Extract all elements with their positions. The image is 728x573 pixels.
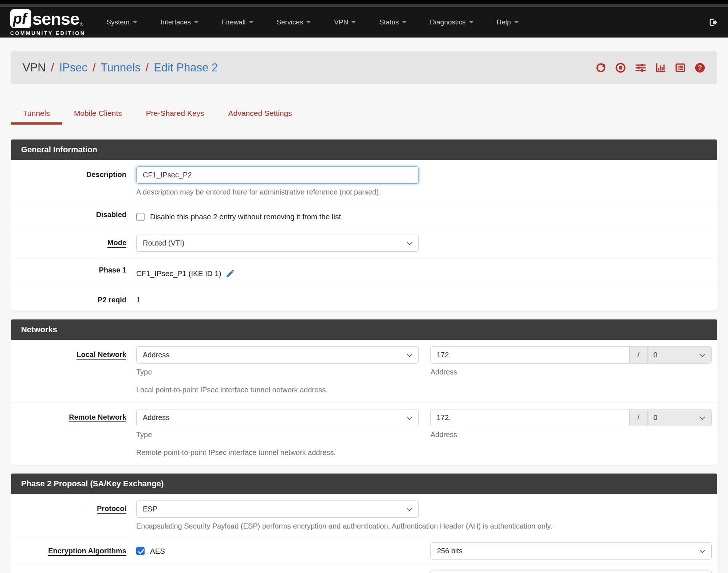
refresh-icon[interactable] bbox=[595, 62, 606, 73]
pf-logo-mark-icon: pf bbox=[10, 9, 31, 28]
nav-item-label: Interfaces bbox=[161, 18, 191, 26]
page-title: Edit Phase 2 bbox=[154, 61, 218, 74]
nav-item-interfaces[interactable]: Interfaces bbox=[161, 18, 198, 26]
nav-item-label: Firewall bbox=[222, 18, 245, 26]
nav-item-firewall[interactable]: Firewall bbox=[222, 18, 253, 26]
stop-icon[interactable] bbox=[615, 62, 626, 73]
navbar: pf sense ® COMMUNITY EDITION System Inte… bbox=[0, 7, 728, 38]
protocol-select[interactable]: ESP bbox=[136, 501, 419, 518]
breadcrumb-link-ipsec[interactable]: IPsec bbox=[59, 61, 87, 74]
aes-keylength-select[interactable]: 256 bits bbox=[430, 542, 712, 560]
nav-item-label: VPN bbox=[334, 18, 348, 26]
chart-icon[interactable] bbox=[655, 62, 666, 73]
section-title: Networks bbox=[11, 319, 717, 340]
edit-pencil-icon[interactable] bbox=[225, 268, 235, 278]
local-network-prefix-select[interactable]: 0 bbox=[648, 346, 712, 364]
protocol-help-text: Encapsulating Security Payload (ESP) per… bbox=[136, 522, 712, 530]
remote-network-type-select[interactable]: Address bbox=[136, 409, 419, 426]
nav-item-system[interactable]: System bbox=[106, 18, 137, 26]
mode-select[interactable]: Routed (VTI) bbox=[136, 235, 419, 252]
description-help-text: A description may be entered here for ad… bbox=[136, 188, 712, 196]
mode-label: Mode bbox=[21, 235, 126, 247]
field-row-local-network: Local Network Address Type / 0 bbox=[11, 340, 717, 403]
section-networks: Networks Local Network Address Type / bbox=[11, 319, 717, 465]
caret-down-icon bbox=[469, 21, 473, 23]
local-network-prefix-value: 0 bbox=[653, 351, 657, 359]
field-row-description: Description A description may be entered… bbox=[11, 160, 717, 203]
nav-item-help[interactable]: Help bbox=[497, 18, 519, 26]
remote-network-prefix-select[interactable]: 0 bbox=[648, 409, 712, 426]
phase1-label: Phase 1 bbox=[21, 265, 126, 274]
breadcrumb-separator: / bbox=[146, 61, 149, 74]
breadcrumb-separator: / bbox=[93, 61, 96, 74]
caret-down-icon bbox=[133, 21, 137, 23]
registered-mark: ® bbox=[80, 22, 83, 27]
field-row-protocol: Protocol ESP Encapsulating Security Payl… bbox=[11, 494, 717, 537]
address-help-text: Address bbox=[430, 431, 712, 439]
protocol-label: Protocol bbox=[21, 501, 126, 513]
phase1-value: CF1_IPsec_P1 (IKE ID 1) bbox=[136, 269, 221, 278]
nav-item-services[interactable]: Services bbox=[277, 18, 311, 26]
remote-network-label: Remote Network bbox=[21, 409, 126, 421]
type-help-text: Type bbox=[136, 368, 419, 376]
description-input[interactable] bbox=[136, 166, 419, 184]
encryption-algorithms-label: Encryption Algorithms bbox=[21, 542, 126, 555]
tab-bar: Tunnels Mobile Clients Pre-Shared Keys A… bbox=[11, 103, 717, 125]
address-prefix-separator: / bbox=[630, 346, 648, 364]
svg-text:?: ? bbox=[698, 64, 702, 71]
main-menu: System Interfaces Firewall Services VPN … bbox=[106, 18, 518, 26]
field-row-p2reqid: P2 reqid 1 bbox=[11, 285, 717, 311]
nav-item-label: Diagnostics bbox=[430, 18, 465, 26]
nav-item-label: System bbox=[106, 18, 129, 26]
address-prefix-separator: / bbox=[630, 409, 648, 426]
nav-item-status[interactable]: Status bbox=[379, 18, 406, 26]
description-label: Description bbox=[21, 166, 126, 179]
caret-down-icon bbox=[402, 21, 406, 23]
caret-down-icon bbox=[351, 21, 356, 23]
brand-name: sense bbox=[32, 9, 79, 29]
chevron-down-icon bbox=[700, 351, 705, 357]
field-row-encryption-aes128gcm: AES128-GCM Auto bbox=[11, 565, 717, 573]
pfsense-logo[interactable]: pf sense ® COMMUNITY EDITION bbox=[10, 9, 85, 36]
field-row-phase1: Phase 1 CF1_IPsec_P1 (IKE ID 1) bbox=[11, 259, 717, 285]
brand-edition: COMMUNITY EDITION bbox=[10, 30, 85, 36]
window-chrome-strip bbox=[0, 4, 728, 7]
breadcrumb-link-tunnels[interactable]: Tunnels bbox=[101, 61, 141, 74]
chevron-down-icon bbox=[407, 414, 413, 420]
remote-network-address-input[interactable] bbox=[430, 409, 630, 426]
type-help-text: Type bbox=[136, 431, 419, 439]
empty-label bbox=[21, 570, 126, 573]
chevron-down-icon bbox=[407, 239, 413, 245]
remote-network-type-value: Address bbox=[143, 413, 169, 422]
tab-advanced-settings[interactable]: Advanced Settings bbox=[216, 103, 304, 125]
aes128gcm-keylength-select[interactable]: Auto bbox=[430, 570, 712, 573]
nav-item-label: Services bbox=[277, 18, 303, 26]
header-action-icons: ? bbox=[595, 62, 705, 73]
local-network-type-select[interactable]: Address bbox=[136, 346, 419, 364]
help-icon[interactable]: ? bbox=[694, 62, 705, 73]
sliders-icon[interactable] bbox=[635, 62, 646, 73]
address-help-text: Address bbox=[430, 368, 712, 376]
nav-item-label: Status bbox=[379, 18, 399, 26]
sign-out-icon bbox=[708, 17, 718, 27]
disabled-checkbox-label: Disable this phase 2 entry without remov… bbox=[150, 212, 343, 221]
nav-item-vpn[interactable]: VPN bbox=[334, 18, 356, 26]
aes-checkbox-label: AES bbox=[150, 547, 165, 556]
p2reqid-value: 1 bbox=[136, 292, 712, 304]
caret-down-icon bbox=[514, 21, 519, 23]
log-icon[interactable] bbox=[675, 62, 686, 73]
tab-mobile-clients[interactable]: Mobile Clients bbox=[62, 103, 134, 125]
aes-checkbox[interactable] bbox=[136, 547, 145, 555]
chevron-down-icon bbox=[407, 505, 413, 511]
nav-item-diagnostics[interactable]: Diagnostics bbox=[430, 18, 473, 26]
logout-button[interactable] bbox=[708, 17, 718, 27]
local-network-address-input[interactable] bbox=[430, 346, 630, 364]
remote-network-prefix-value: 0 bbox=[653, 413, 657, 422]
field-row-mode: Mode Routed (VTI) bbox=[11, 228, 717, 259]
field-row-disabled: Disabled Disable this phase 2 entry with… bbox=[11, 203, 717, 228]
disabled-checkbox[interactable] bbox=[136, 213, 145, 221]
section-phase2-proposal: Phase 2 Proposal (SA/Key Exchange) Proto… bbox=[11, 473, 717, 573]
tab-pre-shared-keys[interactable]: Pre-Shared Keys bbox=[134, 103, 216, 125]
caret-down-icon bbox=[306, 21, 311, 23]
tab-tunnels[interactable]: Tunnels bbox=[11, 103, 62, 125]
